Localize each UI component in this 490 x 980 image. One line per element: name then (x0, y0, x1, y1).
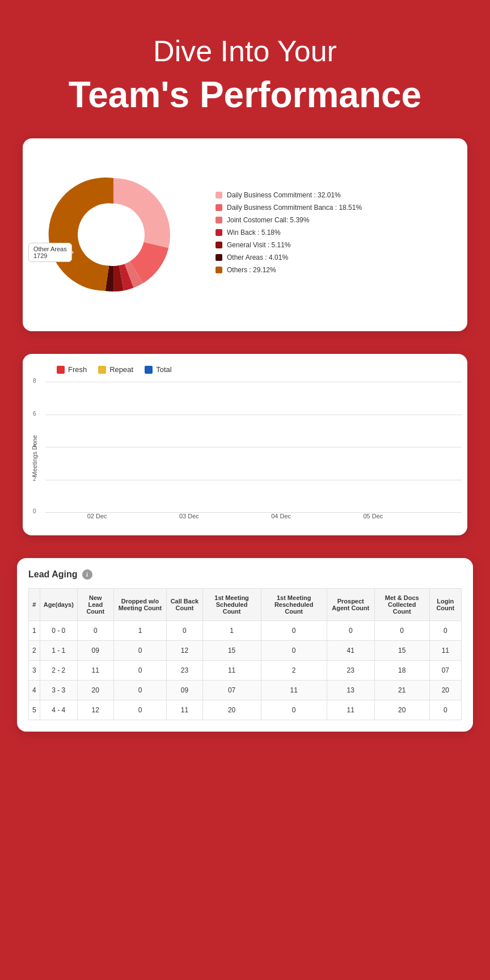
x-label-4: 05 Dec (327, 513, 419, 519)
table-header-row: # Age(days) New Lead Count Dropped w/o M… (29, 589, 462, 621)
repeat-dot (98, 366, 106, 374)
table-row: 3 2 - 2 11 0 23 11 2 23 18 07 (29, 661, 462, 681)
y-axis-label: Meetings Done (28, 382, 45, 530)
legend-color-dot (216, 254, 222, 261)
legend-color-dot (216, 242, 222, 248)
legend-total: Total (145, 365, 171, 374)
table-row: 1 0 - 0 0 1 0 1 0 0 0 0 (29, 621, 462, 641)
legend-item: Win Back : 5.18% (216, 229, 456, 236)
bar-chart-card: Fresh Repeat Total Meetings Done 0 2 (23, 354, 467, 535)
table-row: 4 3 - 3 20 0 09 07 11 13 21 20 (29, 681, 462, 700)
col-dropped: Dropped w/o Meeting Count (113, 589, 167, 621)
legend-color-dot (216, 192, 222, 198)
legend-text: Daily Business Commitment : 32.01% (227, 191, 341, 199)
legend-text: Other Areas : 4.01% (227, 254, 288, 261)
chart-inner: 0 2 4 6 8 (45, 382, 462, 530)
lead-aging-card: Lead Aging i # Age(days) New Lead Count … (17, 558, 473, 732)
col-login: Login Count (429, 589, 461, 621)
repeat-label: Repeat (109, 365, 133, 374)
table-row: 5 4 - 4 12 0 11 20 0 11 20 0 (29, 700, 462, 720)
legend-text: Win Back : 5.18% (227, 229, 281, 236)
col-new-lead: New Lead Count (77, 589, 113, 621)
legend-text: Joint Costomer Call: 5.39% (227, 216, 309, 224)
donut-legend: Daily Business Commitment : 32.01% Daily… (204, 191, 456, 278)
total-label: Total (156, 365, 171, 374)
col-met-docs: Met & Docs Collected Count (374, 589, 429, 621)
header-title: Team's Performance (23, 74, 467, 116)
bar-legend: Fresh Repeat Total (57, 365, 462, 374)
x-label-2: 03 Dec (143, 513, 235, 519)
legend-item: Other Areas : 4.01% (216, 254, 456, 261)
chart-area: Meetings Done 0 2 4 6 (28, 382, 462, 530)
header-subtitle: Dive Into Your (23, 34, 467, 68)
legend-item: Joint Costomer Call: 5.39% (216, 216, 456, 224)
col-1st-meeting: 1st Meeting Scheduled Count (202, 589, 261, 621)
donut-chart-wrapper: Other Areas 1729 (34, 155, 204, 314)
bars-and-grid: 0 2 4 6 8 (45, 382, 462, 530)
donut-label: Other Areas 1729 (28, 243, 72, 262)
col-age: Age(days) (40, 589, 77, 621)
legend-text: Others : 29.12% (227, 266, 276, 274)
legend-color-dot (216, 204, 222, 211)
legend-color-dot (216, 217, 222, 223)
legend-fresh: Fresh (57, 365, 87, 374)
donut-svg (34, 155, 193, 314)
x-label-1: 02 Dec (51, 513, 143, 519)
table-body: 1 0 - 0 0 1 0 1 0 0 0 0 2 1 - 1 09 0 12 … (29, 621, 462, 720)
x-label-3: 04 Dec (235, 513, 327, 519)
grid-container: 0 2 4 6 8 (45, 382, 462, 513)
x-label-5 (419, 513, 456, 519)
legend-color-dot (216, 229, 222, 236)
donut-chart-card: Other Areas 1729 (23, 138, 467, 331)
x-labels: 02 Dec 03 Dec 04 Dec 05 Dec (45, 513, 462, 519)
legend-text: Daily Business Commitment Banca : 18.51% (227, 204, 362, 212)
fresh-label: Fresh (68, 365, 87, 374)
total-dot (145, 366, 153, 374)
legend-repeat: Repeat (98, 365, 133, 374)
col-1st-rescheduled: 1st Meeting Rescheduled Count (261, 589, 327, 621)
table-title: Lead Aging i (28, 569, 462, 580)
legend-item: Daily Business Commitment Banca : 18.51% (216, 204, 456, 212)
col-prospect: Prospect Agent Count (327, 589, 374, 621)
info-icon[interactable]: i (82, 569, 92, 580)
col-hash: # (29, 589, 40, 621)
header-section: Dive Into Your Team's Performance (0, 0, 490, 138)
col-callback: Call Back Count (167, 589, 202, 621)
legend-item: General Visit : 5.11% (216, 241, 456, 249)
legend-item: Others : 29.12% (216, 266, 456, 274)
table-row: 2 1 - 1 09 0 12 15 0 41 15 11 (29, 641, 462, 661)
legend-item: Daily Business Commitment : 32.01% (216, 191, 456, 199)
lead-aging-table: # Age(days) New Lead Count Dropped w/o M… (28, 588, 462, 720)
legend-text: General Visit : 5.11% (227, 241, 291, 249)
legend-color-dot (216, 267, 222, 273)
fresh-dot (57, 366, 65, 374)
